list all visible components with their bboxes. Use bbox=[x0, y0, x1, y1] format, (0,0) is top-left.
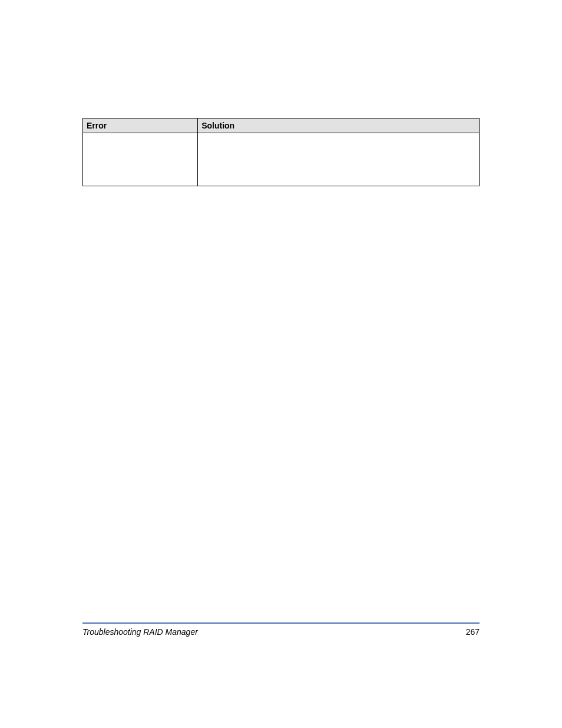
page-content: Error Solution bbox=[0, 0, 562, 728]
cell-error bbox=[83, 133, 198, 186]
column-header-error: Error bbox=[83, 118, 198, 133]
error-solution-table: Error Solution bbox=[82, 118, 480, 186]
page-footer: Troubleshooting RAID Manager 267 bbox=[82, 622, 480, 637]
footer-section-title: Troubleshooting RAID Manager bbox=[82, 627, 198, 637]
footer-rule bbox=[82, 622, 480, 624]
footer-page-number: 267 bbox=[466, 627, 480, 637]
column-header-solution: Solution bbox=[198, 118, 480, 133]
footer-row: Troubleshooting RAID Manager 267 bbox=[82, 627, 480, 637]
cell-solution bbox=[198, 133, 480, 186]
table-header-row: Error Solution bbox=[83, 118, 480, 133]
table-row bbox=[83, 133, 480, 186]
